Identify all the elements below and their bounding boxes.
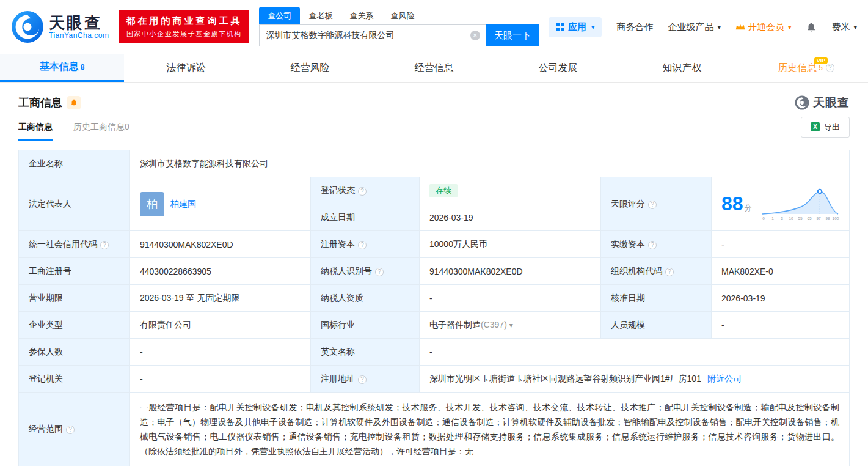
tianyancha-logo-icon xyxy=(11,10,44,43)
tab-intellectual-property[interactable]: 知识产权 xyxy=(620,54,744,82)
apps-grid-icon xyxy=(556,23,564,31)
taxpayer-id-help-icon[interactable] xyxy=(375,268,384,276)
field-label-establish-date: 成立日期 xyxy=(311,204,420,231)
slogan-line2: 国家中小企业发展子基金旗下机构 xyxy=(126,29,242,39)
credit-code-help-icon[interactable] xyxy=(100,241,109,249)
section-head: 工商信息 天眼查 xyxy=(0,92,868,113)
score-chart: 0 1 3 10 55 65 97 99 100 xyxy=(761,186,839,222)
field-value-industry: 电子器件制造(C397) xyxy=(420,312,601,339)
tab-operating-risk[interactable]: 经营风险 xyxy=(248,54,372,82)
nav-cooperation[interactable]: 商务合作 xyxy=(616,21,653,33)
field-label-legal-rep: 法定代表人 xyxy=(19,177,130,231)
field-label-company-name: 企业名称 xyxy=(19,150,130,177)
legal-rep-link[interactable]: 柏建国 xyxy=(170,199,196,210)
reg-capital-help-icon[interactable] xyxy=(358,241,367,249)
tab-operating-info[interactable]: 经营信息 xyxy=(372,54,496,82)
nearby-companies-link[interactable]: 附近公司 xyxy=(707,374,742,383)
svg-text:55: 55 xyxy=(798,216,803,221)
subtab-history-business-info[interactable]: 历史工商信息0 xyxy=(73,113,129,141)
section-title: 工商信息 xyxy=(18,95,62,110)
table-row: 营业期限 2026-03-19 至 无固定期限 纳税人资质 - 核准日期 202… xyxy=(19,285,850,312)
top-navigation: 应用 商务合作 企业级产品 开通会员 费米 xyxy=(549,17,857,37)
apps-label: 应用 xyxy=(568,21,586,33)
user-menu[interactable]: 费米 xyxy=(831,21,857,33)
search-tab-company[interactable]: 查公司 xyxy=(259,7,300,24)
table-row: 参保人数 - 英文名称 - xyxy=(19,339,850,366)
reg-status-help-icon[interactable] xyxy=(358,187,367,196)
field-label-term: 营业期限 xyxy=(19,285,130,312)
export-button[interactable]: 导出 xyxy=(801,117,850,138)
field-label-paid-capital: 实缴资本 xyxy=(601,231,712,258)
search-button[interactable]: 天眼一下 xyxy=(486,24,539,46)
field-label-credit-code: 统一社会信用代码 xyxy=(19,231,130,258)
nav-enterprise-product[interactable]: 企业级产品 xyxy=(668,21,721,33)
svg-text:10: 10 xyxy=(789,216,793,221)
svg-text:65: 65 xyxy=(807,216,812,221)
crown-icon xyxy=(735,23,745,31)
field-value-credit-code: 91440300MAK802XE0D xyxy=(130,231,311,258)
industry-expand-icon[interactable] xyxy=(507,320,513,330)
subscribe-bell-icon[interactable] xyxy=(67,96,81,109)
field-value-approval-date: 2026-03-19 xyxy=(712,285,850,312)
tab-history-label: 历史信息 xyxy=(778,62,817,75)
username: 费米 xyxy=(831,21,850,33)
svg-text:100: 100 xyxy=(833,216,839,221)
search-tab-boss[interactable]: 查老板 xyxy=(300,7,341,24)
svg-text:1: 1 xyxy=(771,216,774,221)
score-help-icon[interactable] xyxy=(648,201,657,209)
subtab-business-info[interactable]: 工商信息 xyxy=(18,113,53,141)
field-label-taxpayer-quality: 纳税人资质 xyxy=(311,285,420,312)
slogan-line1: 都在用的商业查询工具 xyxy=(126,15,242,27)
tab-legal-label: 法律诉讼 xyxy=(167,62,206,75)
field-value-establish-date: 2026-03-19 xyxy=(420,204,601,231)
address-help-icon[interactable] xyxy=(358,375,367,384)
field-value-address: 深圳市光明区玉塘街道玉塘社区同观路远望谷射频识别产业园1#厂房101附近公司 xyxy=(420,366,850,393)
tab-operation-label: 经营信息 xyxy=(415,62,454,75)
clear-icon[interactable] xyxy=(470,31,480,40)
watermark-logo-icon xyxy=(795,95,809,110)
open-vip-label: 开通会员 xyxy=(748,21,784,33)
field-label-english-name: 英文名称 xyxy=(311,339,420,366)
tab-history-info[interactable]: VIP 历史信息 5 xyxy=(744,54,868,82)
apps-menu[interactable]: 应用 xyxy=(549,17,602,37)
tab-basic-count: 8 xyxy=(81,63,85,72)
field-value-company-type: 有限责任公司 xyxy=(130,312,311,339)
search-tab-risk[interactable]: 查风险 xyxy=(382,7,423,24)
table-row: 统一社会信用代码 91440300MAK802XE0D 注册资本 10000万人… xyxy=(19,231,850,258)
field-label-reg-status: 登记状态 xyxy=(311,177,420,204)
industry-code: (C397) xyxy=(481,320,507,330)
search-input[interactable] xyxy=(260,25,486,46)
legal-rep-avatar[interactable]: 柏 xyxy=(140,192,164,216)
notification-bell-icon[interactable] xyxy=(806,21,817,32)
field-value-company-name: 深圳市艾格数字能源科技有限公司 xyxy=(130,150,850,177)
history-help-icon[interactable] xyxy=(826,64,834,72)
scope-help-icon[interactable] xyxy=(66,426,75,434)
tab-history-count: 5 xyxy=(819,64,823,72)
logo-text: 天眼查 TianYanCha.com xyxy=(49,14,109,40)
field-value-term: 2026-03-19 至 无固定期限 xyxy=(130,285,311,312)
nav-open-vip[interactable]: 开通会员 xyxy=(735,21,792,33)
field-value-reg-capital: 10000万人民币 xyxy=(420,231,601,258)
tianyancha-logo[interactable]: 天眼查 TianYanCha.com xyxy=(11,10,109,43)
search-tab-relation[interactable]: 查关系 xyxy=(341,7,382,24)
svg-text:3: 3 xyxy=(781,216,783,221)
paid-capital-help-icon[interactable] xyxy=(648,241,657,249)
org-code-help-icon[interactable] xyxy=(665,268,674,276)
cooperation-label: 商务合作 xyxy=(616,21,653,33)
brand-domain: TianYanCha.com xyxy=(49,31,109,40)
enterprise-label: 企业级产品 xyxy=(668,21,713,33)
search-input-wrap xyxy=(259,24,486,46)
tab-legal-litigation[interactable]: 法律诉讼 xyxy=(124,54,248,82)
tab-basic-info[interactable]: 基本信息 8 xyxy=(0,54,124,82)
score-number: 88 xyxy=(721,193,743,215)
tab-basic-label: 基本信息 xyxy=(40,61,79,73)
search-box: 查公司 查老板 查关系 查风险 天眼一下 xyxy=(259,7,538,46)
field-value-reg-status: 存续 xyxy=(420,177,601,204)
status-badge: 存续 xyxy=(429,184,458,197)
tab-company-development[interactable]: 公司发展 xyxy=(496,54,620,82)
field-label-score: 天眼评分 xyxy=(601,177,712,231)
brand-name: 天眼查 xyxy=(49,14,109,32)
score-unit: 分 xyxy=(745,204,752,212)
watermark-text: 天眼查 xyxy=(813,95,850,111)
tab-development-label: 公司发展 xyxy=(539,62,578,75)
